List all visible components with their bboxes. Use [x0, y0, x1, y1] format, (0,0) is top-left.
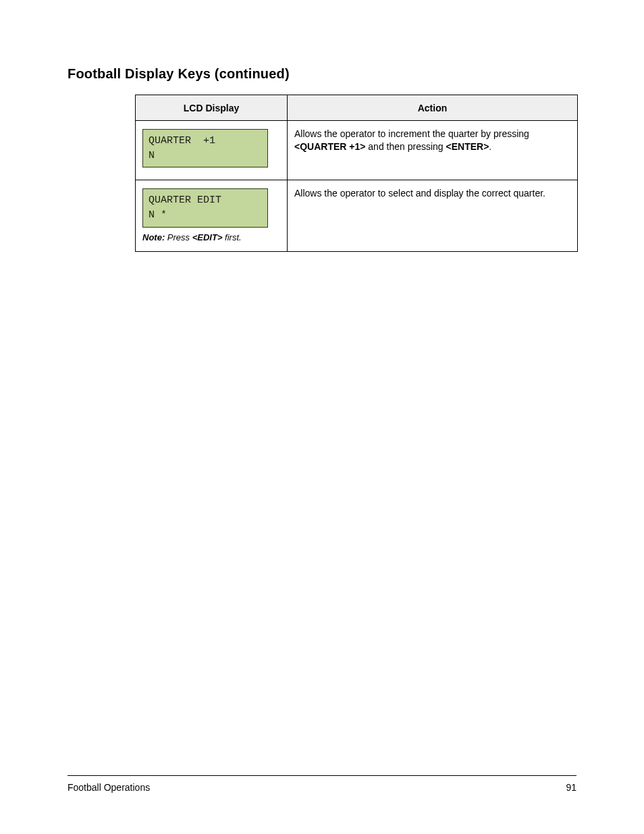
table-header-lcd: LCD Display: [136, 95, 288, 121]
lcd-display: QUARTER EDIT N *: [142, 188, 268, 228]
action-description: Allows the operator to select and displa…: [294, 188, 545, 199]
table-row: QUARTER +1 N Allows the operator to incr…: [136, 120, 578, 180]
section-heading: Football Display Keys (continued): [68, 66, 290, 82]
action-cell: Allows the operator to select and displa…: [288, 180, 578, 252]
footer-left: Football Operations: [68, 782, 150, 793]
footer-rule: [68, 775, 576, 776]
table-header-action: Action: [288, 95, 578, 121]
page-footer: Football Operations 91: [68, 782, 576, 793]
table-row: QUARTER EDIT N * Note: Press <EDIT> firs…: [136, 180, 578, 252]
action-description: Allows the operator to increment the qua…: [294, 128, 529, 152]
lcd-display: QUARTER +1 N: [142, 129, 268, 168]
footer-right: 91: [566, 782, 576, 793]
lcd-note: Note: Press <EDIT> first.: [142, 232, 280, 244]
lcd-cell: QUARTER +1 N: [136, 120, 288, 180]
lcd-action-table: LCD Display Action QUARTER +1 N Allows t…: [135, 95, 578, 252]
lcd-cell: QUARTER EDIT N * Note: Press <EDIT> firs…: [136, 180, 288, 252]
action-cell: Allows the operator to increment the qua…: [288, 120, 578, 180]
